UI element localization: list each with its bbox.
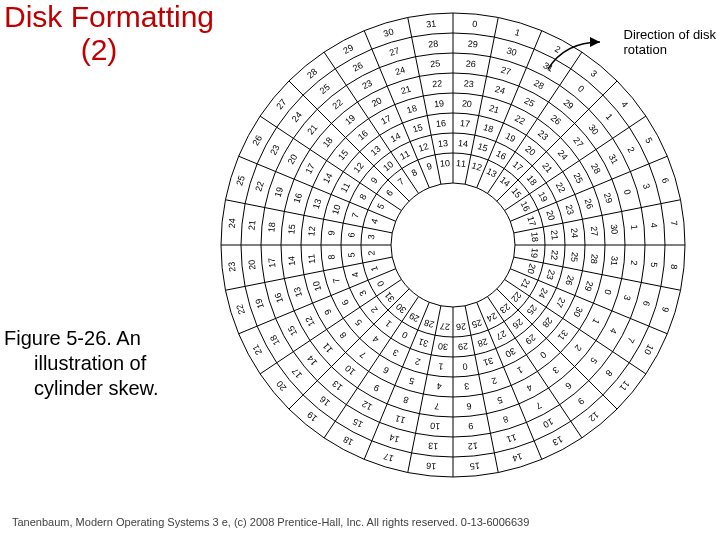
sector-number: 31 bbox=[609, 255, 620, 266]
sector-number: 13 bbox=[292, 286, 304, 298]
sector-number: 0 bbox=[576, 83, 586, 94]
sector-number: 15 bbox=[336, 148, 350, 162]
sector-number: 19 bbox=[305, 410, 319, 424]
sector-number: 16 bbox=[436, 118, 447, 129]
sector-number: 3 bbox=[622, 294, 633, 302]
sector-number: 12 bbox=[352, 161, 366, 175]
sector-number: 18 bbox=[406, 103, 418, 115]
sector-number: 28 bbox=[428, 39, 439, 50]
sector-number: 26 bbox=[465, 58, 476, 69]
title-line-2: (2) bbox=[4, 33, 194, 66]
sector-number: 26 bbox=[549, 113, 563, 127]
sector-number: 4 bbox=[608, 326, 619, 335]
sector-number: 15 bbox=[351, 416, 365, 430]
sector-number: 16 bbox=[518, 200, 532, 214]
sector-number: 18 bbox=[321, 135, 335, 149]
copyright-footer: Tanenbaum, Modern Operating Systems 3 e,… bbox=[12, 516, 529, 528]
sector-number: 7 bbox=[534, 400, 543, 411]
sector-number: 25 bbox=[525, 303, 539, 317]
sector-number: 15 bbox=[469, 460, 480, 471]
sector-number: 14 bbox=[388, 432, 400, 444]
sector-number: 25 bbox=[430, 58, 441, 69]
sector-number: 9 bbox=[322, 307, 333, 316]
sector-number: 24 bbox=[536, 286, 550, 300]
sector-number: 24 bbox=[485, 310, 499, 324]
sector-number: 29 bbox=[467, 39, 478, 50]
sector-number: 10 bbox=[343, 363, 357, 377]
sector-number: 11 bbox=[398, 148, 412, 162]
sector-number: 28 bbox=[532, 78, 546, 92]
svg-point-1 bbox=[391, 183, 515, 307]
sector-number: 28 bbox=[305, 66, 319, 80]
sector-number: 15 bbox=[286, 324, 300, 338]
sector-number: 5 bbox=[588, 355, 599, 365]
sector-number: 4 bbox=[649, 222, 659, 228]
sector-number: 0 bbox=[538, 349, 548, 360]
sector-number: 24 bbox=[227, 218, 238, 229]
sector-number: 17 bbox=[379, 113, 393, 127]
cylinder-skew-disk: 0123456789101112131415161718192021222324… bbox=[218, 10, 688, 480]
sector-number: 21 bbox=[400, 84, 412, 96]
sector-number: 20 bbox=[461, 98, 472, 109]
sector-number: 23 bbox=[268, 143, 282, 157]
sector-number: 30 bbox=[504, 346, 518, 360]
sector-number: 0 bbox=[602, 288, 613, 296]
sector-number: 19 bbox=[504, 131, 518, 145]
sector-number: 17 bbox=[303, 162, 317, 176]
sector-number: 6 bbox=[466, 401, 472, 411]
sector-number: 5 bbox=[649, 262, 659, 268]
sector-number: 30 bbox=[394, 301, 408, 315]
sector-number: 14 bbox=[389, 131, 403, 145]
sector-number: 20 bbox=[274, 379, 288, 393]
sector-number: 17 bbox=[525, 215, 537, 227]
sector-number: 27 bbox=[589, 226, 600, 237]
sector-number: 25 bbox=[523, 95, 537, 109]
sector-number: 18 bbox=[529, 232, 540, 243]
sector-number: 26 bbox=[455, 321, 466, 332]
sector-number: 10 bbox=[541, 416, 555, 430]
sector-number: 6 bbox=[384, 188, 395, 198]
sector-number: 16 bbox=[318, 394, 332, 408]
sector-number: 31 bbox=[541, 60, 555, 74]
sector-number: 7 bbox=[625, 336, 636, 345]
sector-number: 13 bbox=[428, 441, 439, 452]
sector-number: 11 bbox=[505, 432, 517, 444]
sector-number: 21 bbox=[540, 161, 554, 175]
sector-number: 20 bbox=[525, 263, 537, 275]
sector-number: 15 bbox=[286, 224, 297, 235]
sector-number: 25 bbox=[234, 174, 246, 186]
sector-number: 28 bbox=[423, 317, 435, 329]
sector-number: 6 bbox=[346, 232, 356, 238]
sector-number: 26 bbox=[511, 317, 525, 331]
sector-number: 21 bbox=[247, 220, 258, 231]
sector-number: 5 bbox=[408, 375, 416, 386]
sector-number: 12 bbox=[306, 226, 317, 237]
sector-number: 27 bbox=[274, 97, 288, 111]
sector-number: 14 bbox=[305, 353, 319, 367]
sector-number: 17 bbox=[266, 257, 277, 268]
sector-number: 9 bbox=[468, 421, 474, 431]
sector-number: 20 bbox=[544, 209, 556, 221]
sector-number: 0 bbox=[472, 19, 478, 29]
sector-number: 15 bbox=[509, 186, 523, 200]
sector-number: 12 bbox=[587, 410, 601, 424]
sector-number: 10 bbox=[330, 203, 342, 215]
sector-number: 21 bbox=[488, 103, 500, 115]
sector-number: 1 bbox=[515, 365, 524, 376]
sector-number: 27 bbox=[494, 328, 508, 342]
sector-number: 19 bbox=[536, 190, 550, 204]
sector-number: 8 bbox=[502, 414, 510, 425]
sector-number: 22 bbox=[513, 113, 527, 127]
sector-number: 22 bbox=[253, 180, 265, 192]
sector-number: 20 bbox=[523, 144, 537, 158]
sector-number: 17 bbox=[290, 366, 304, 380]
sector-number: 10 bbox=[439, 158, 450, 169]
sector-number: 30 bbox=[587, 122, 601, 136]
sector-number: 1 bbox=[383, 318, 393, 329]
sector-number: 20 bbox=[247, 259, 258, 270]
sector-number: 5 bbox=[496, 394, 504, 405]
sector-number: 13 bbox=[551, 434, 565, 448]
sector-number: 2 bbox=[414, 356, 422, 367]
sector-number: 10 bbox=[430, 421, 441, 432]
caption-line-1: Figure 5-26. An bbox=[4, 327, 141, 349]
